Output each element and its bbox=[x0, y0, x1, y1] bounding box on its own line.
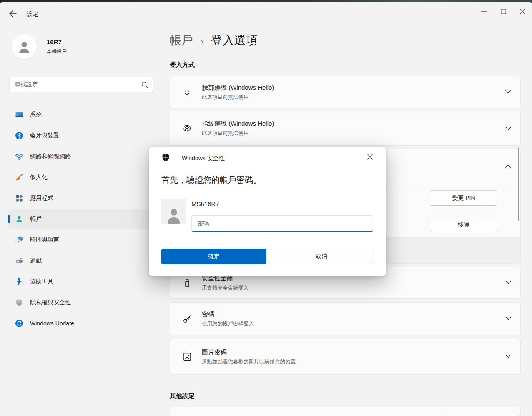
face-recognition-icon bbox=[182, 87, 193, 98]
chevron-down-icon[interactable] bbox=[505, 126, 511, 130]
shield-icon bbox=[15, 298, 23, 307]
card-subtitle: 用實體安全金鑰登入 bbox=[202, 285, 249, 292]
chevron-down-icon[interactable] bbox=[505, 354, 511, 358]
card-subtitle: 此選項目前無法使用 bbox=[202, 94, 274, 101]
card-subtitle: 滑動並點選您喜歡的照片以解鎖您的裝置 bbox=[202, 358, 296, 366]
card-title: 臉部辨識 (Windows Hello) bbox=[202, 84, 274, 92]
sidebar-item-gaming[interactable]: 遊戲 bbox=[8, 251, 153, 270]
back-button[interactable] bbox=[6, 8, 20, 20]
avatar bbox=[12, 34, 37, 59]
key-icon bbox=[182, 313, 193, 324]
card-title: 圖片密碼 bbox=[202, 348, 296, 356]
picture-icon bbox=[182, 351, 193, 362]
user-profile[interactable]: 16R7 本機帳戶 bbox=[12, 34, 67, 59]
breadcrumb-accounts[interactable]: 帳戶 bbox=[170, 33, 193, 48]
apps-icon bbox=[15, 194, 23, 202]
close-icon bbox=[367, 154, 373, 160]
sidebar-item-accounts[interactable]: 帳戶 bbox=[8, 209, 153, 229]
search-input[interactable]: 尋找設定 bbox=[9, 77, 153, 92]
dialog-close-button[interactable] bbox=[363, 150, 376, 163]
card-fingerprint-recognition[interactable]: 指紋辨識 (Windows Hello) 此選項目前無法使用 bbox=[170, 111, 521, 146]
windows-security-dialog: Windows 安全性 首先，驗證您的帳戶密碼。 MSI\16R7 確定 取消 bbox=[149, 146, 386, 276]
sidebar-item-personalization[interactable]: 個人化 bbox=[8, 168, 153, 187]
dialog-username: MSI\16R7 bbox=[191, 200, 219, 207]
sidebar-item-windows-update[interactable]: Windows Update bbox=[8, 314, 153, 333]
sidebar-item-privacy-security[interactable]: 隱私權與安全性 bbox=[8, 293, 153, 312]
security-key-icon bbox=[182, 277, 193, 288]
search-icon bbox=[141, 81, 148, 88]
page-title: 登入選項 bbox=[211, 33, 258, 48]
dialog-title: Windows 安全性 bbox=[182, 155, 225, 162]
ok-button[interactable]: 確定 bbox=[161, 249, 266, 264]
chevron-down-icon[interactable] bbox=[505, 280, 511, 284]
sidebar-item-label: 應用程式 bbox=[30, 194, 53, 202]
card-subtitle: 此選項目前無法使用 bbox=[202, 130, 274, 137]
sidebar-item-label: 時間與語言 bbox=[30, 236, 59, 244]
security-shield-icon bbox=[161, 153, 170, 162]
card-title: 指紋辨識 (Windows Hello) bbox=[202, 120, 274, 128]
sidebar-item-label: 系統 bbox=[30, 111, 42, 118]
user-name: 16R7 bbox=[47, 38, 67, 45]
chevron-up-icon[interactable] bbox=[505, 164, 511, 168]
sidebar-item-label: 隱私權與安全性 bbox=[30, 299, 71, 306]
card-title: 密碼 bbox=[202, 310, 254, 318]
sidebar-item-label: Windows Update bbox=[30, 320, 74, 327]
dialog-avatar bbox=[161, 199, 186, 224]
breadcrumb-separator-icon: › bbox=[201, 36, 203, 46]
accessibility-icon bbox=[15, 277, 23, 286]
sidebar-nav: 系統 藍牙與裝置 網路和網際網路 個人化 應用程式 bbox=[8, 105, 153, 335]
sidebar-item-bluetooth-devices[interactable]: 藍牙與裝置 bbox=[8, 126, 153, 145]
sidebar-item-system[interactable]: 系統 bbox=[8, 105, 153, 124]
settings-window: 設定 16R7 本機帳戶 尋找設定 系統 bbox=[0, 2, 532, 416]
wifi-icon bbox=[15, 152, 23, 161]
dialog-heading: 首先，驗證您的帳戶密碼。 bbox=[161, 174, 261, 186]
password-input[interactable] bbox=[191, 215, 373, 232]
sidebar-item-label: 藍牙與裝置 bbox=[30, 132, 59, 139]
text-caret bbox=[196, 219, 196, 228]
fingerprint-icon bbox=[182, 123, 193, 134]
sidebar-item-accessibility[interactable]: 協助工具 bbox=[8, 272, 153, 291]
chevron-down-icon[interactable] bbox=[505, 316, 511, 320]
card-subtitle: 使用您的帳戶密碼登入 bbox=[202, 320, 254, 328]
paintbrush-icon bbox=[15, 173, 23, 182]
sidebar-item-label: 個人化 bbox=[30, 174, 48, 181]
card-other-settings-partial[interactable] bbox=[170, 407, 521, 416]
clock-globe-icon bbox=[15, 236, 23, 244]
vertical-scrollbar[interactable] bbox=[518, 147, 519, 221]
chevron-down-icon[interactable] bbox=[505, 90, 511, 93]
sidebar-item-label: 遊戲 bbox=[30, 257, 42, 265]
sidebar-item-apps[interactable]: 應用程式 bbox=[8, 189, 153, 208]
section-other-settings: 其他設定 bbox=[170, 392, 195, 400]
update-icon bbox=[15, 319, 23, 328]
sidebar-item-label: 網路和網際網路 bbox=[30, 153, 71, 160]
sidebar-item-time-language[interactable]: 時間與語言 bbox=[8, 230, 153, 250]
bluetooth-icon bbox=[15, 131, 23, 140]
gamepad-icon bbox=[15, 257, 23, 265]
sidebar-item-label: 協助工具 bbox=[30, 278, 53, 285]
sidebar-item-network-internet[interactable]: 網路和網際網路 bbox=[8, 147, 153, 166]
accounts-icon bbox=[15, 215, 23, 223]
change-pin-button[interactable]: 變更 PIN bbox=[430, 190, 497, 206]
remove-pin-button[interactable]: 移除 bbox=[430, 217, 497, 232]
account-type: 本機帳戶 bbox=[47, 48, 67, 55]
search-placeholder: 尋找設定 bbox=[15, 81, 141, 88]
card-password[interactable]: 密碼 使用您的帳戶密碼登入 bbox=[170, 302, 521, 335]
cancel-button[interactable]: 取消 bbox=[269, 249, 374, 264]
sidebar-item-label: 帳戶 bbox=[30, 215, 42, 223]
app-title: 設定 bbox=[27, 10, 38, 18]
section-sign-in-methods: 登入方式 bbox=[170, 61, 195, 69]
breadcrumb: 帳戶 › 登入選項 bbox=[170, 33, 258, 48]
card-face-recognition[interactable]: 臉部辨識 (Windows Hello) 此選項目前無法使用 bbox=[170, 76, 521, 108]
arrow-left-icon bbox=[9, 10, 17, 17]
card-picture-password[interactable]: 圖片密碼 滑動並點選您喜歡的照片以解鎖您的裝置 bbox=[170, 339, 521, 375]
system-icon bbox=[15, 111, 23, 119]
